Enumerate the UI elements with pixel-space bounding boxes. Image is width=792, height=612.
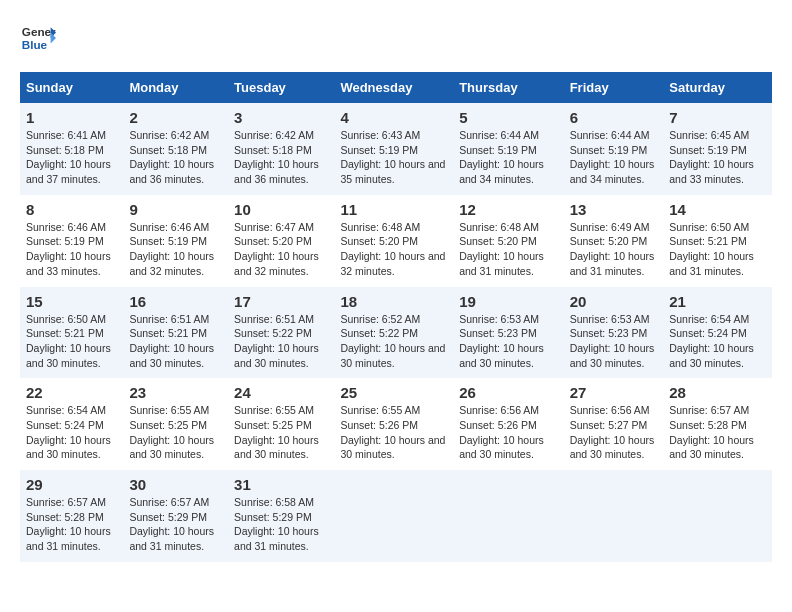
logo: General Blue [20, 20, 56, 56]
day-info: Sunrise: 6:49 AMSunset: 5:20 PMDaylight:… [570, 221, 655, 277]
calendar-day-cell: 24Sunrise: 6:55 AMSunset: 5:25 PMDayligh… [228, 378, 334, 470]
day-info: Sunrise: 6:44 AMSunset: 5:19 PMDaylight:… [570, 129, 655, 185]
day-info: Sunrise: 6:48 AMSunset: 5:20 PMDaylight:… [459, 221, 544, 277]
calendar-day-cell: 8Sunrise: 6:46 AMSunset: 5:19 PMDaylight… [20, 195, 123, 287]
calendar-day-cell: 1Sunrise: 6:41 AMSunset: 5:18 PMDaylight… [20, 103, 123, 195]
calendar-day-cell: 10Sunrise: 6:47 AMSunset: 5:20 PMDayligh… [228, 195, 334, 287]
calendar-day-cell: 18Sunrise: 6:52 AMSunset: 5:22 PMDayligh… [334, 287, 453, 379]
calendar-day-cell: 2Sunrise: 6:42 AMSunset: 5:18 PMDaylight… [123, 103, 228, 195]
day-number: 5 [459, 109, 557, 126]
calendar-day-cell: 22Sunrise: 6:54 AMSunset: 5:24 PMDayligh… [20, 378, 123, 470]
day-info: Sunrise: 6:55 AMSunset: 5:25 PMDaylight:… [129, 404, 214, 460]
day-info: Sunrise: 6:46 AMSunset: 5:19 PMDaylight:… [129, 221, 214, 277]
day-info: Sunrise: 6:51 AMSunset: 5:21 PMDaylight:… [129, 313, 214, 369]
day-number: 6 [570, 109, 658, 126]
calendar-day-cell [564, 470, 664, 562]
calendar-day-cell: 25Sunrise: 6:55 AMSunset: 5:26 PMDayligh… [334, 378, 453, 470]
calendar-week-row: 22Sunrise: 6:54 AMSunset: 5:24 PMDayligh… [20, 378, 772, 470]
calendar-day-cell: 11Sunrise: 6:48 AMSunset: 5:20 PMDayligh… [334, 195, 453, 287]
day-number: 1 [26, 109, 117, 126]
calendar-day-cell [453, 470, 563, 562]
day-number: 17 [234, 293, 328, 310]
day-number: 4 [340, 109, 447, 126]
day-of-week-header: Tuesday [228, 72, 334, 103]
day-info: Sunrise: 6:54 AMSunset: 5:24 PMDaylight:… [26, 404, 111, 460]
day-number: 3 [234, 109, 328, 126]
calendar-table: SundayMondayTuesdayWednesdayThursdayFrid… [20, 72, 772, 562]
day-info: Sunrise: 6:46 AMSunset: 5:19 PMDaylight:… [26, 221, 111, 277]
day-info: Sunrise: 6:51 AMSunset: 5:22 PMDaylight:… [234, 313, 319, 369]
day-number: 13 [570, 201, 658, 218]
day-number: 7 [669, 109, 766, 126]
day-of-week-header: Wednesday [334, 72, 453, 103]
day-of-week-header: Monday [123, 72, 228, 103]
calendar-day-cell: 17Sunrise: 6:51 AMSunset: 5:22 PMDayligh… [228, 287, 334, 379]
day-info: Sunrise: 6:56 AMSunset: 5:26 PMDaylight:… [459, 404, 544, 460]
day-info: Sunrise: 6:53 AMSunset: 5:23 PMDaylight:… [570, 313, 655, 369]
calendar-day-cell: 31Sunrise: 6:58 AMSunset: 5:29 PMDayligh… [228, 470, 334, 562]
day-number: 10 [234, 201, 328, 218]
day-info: Sunrise: 6:41 AMSunset: 5:18 PMDaylight:… [26, 129, 111, 185]
day-info: Sunrise: 6:55 AMSunset: 5:25 PMDaylight:… [234, 404, 319, 460]
day-number: 30 [129, 476, 222, 493]
calendar-day-cell: 5Sunrise: 6:44 AMSunset: 5:19 PMDaylight… [453, 103, 563, 195]
day-number: 18 [340, 293, 447, 310]
day-number: 8 [26, 201, 117, 218]
calendar-day-cell: 27Sunrise: 6:56 AMSunset: 5:27 PMDayligh… [564, 378, 664, 470]
day-info: Sunrise: 6:52 AMSunset: 5:22 PMDaylight:… [340, 313, 445, 369]
calendar-week-row: 8Sunrise: 6:46 AMSunset: 5:19 PMDaylight… [20, 195, 772, 287]
day-info: Sunrise: 6:42 AMSunset: 5:18 PMDaylight:… [129, 129, 214, 185]
day-number: 22 [26, 384, 117, 401]
day-number: 26 [459, 384, 557, 401]
calendar-day-cell: 26Sunrise: 6:56 AMSunset: 5:26 PMDayligh… [453, 378, 563, 470]
day-info: Sunrise: 6:57 AMSunset: 5:28 PMDaylight:… [26, 496, 111, 552]
day-number: 25 [340, 384, 447, 401]
day-info: Sunrise: 6:55 AMSunset: 5:26 PMDaylight:… [340, 404, 445, 460]
day-info: Sunrise: 6:48 AMSunset: 5:20 PMDaylight:… [340, 221, 445, 277]
day-info: Sunrise: 6:44 AMSunset: 5:19 PMDaylight:… [459, 129, 544, 185]
day-number: 23 [129, 384, 222, 401]
calendar-day-cell: 7Sunrise: 6:45 AMSunset: 5:19 PMDaylight… [663, 103, 772, 195]
day-info: Sunrise: 6:53 AMSunset: 5:23 PMDaylight:… [459, 313, 544, 369]
day-of-week-header: Saturday [663, 72, 772, 103]
day-number: 11 [340, 201, 447, 218]
calendar-day-cell: 6Sunrise: 6:44 AMSunset: 5:19 PMDaylight… [564, 103, 664, 195]
day-of-week-header: Sunday [20, 72, 123, 103]
calendar-day-cell [663, 470, 772, 562]
calendar-day-cell: 21Sunrise: 6:54 AMSunset: 5:24 PMDayligh… [663, 287, 772, 379]
svg-text:Blue: Blue [22, 38, 48, 51]
day-number: 16 [129, 293, 222, 310]
calendar-day-cell: 29Sunrise: 6:57 AMSunset: 5:28 PMDayligh… [20, 470, 123, 562]
day-info: Sunrise: 6:43 AMSunset: 5:19 PMDaylight:… [340, 129, 445, 185]
logo-icon: General Blue [20, 20, 56, 56]
calendar-day-cell: 14Sunrise: 6:50 AMSunset: 5:21 PMDayligh… [663, 195, 772, 287]
day-info: Sunrise: 6:54 AMSunset: 5:24 PMDaylight:… [669, 313, 754, 369]
calendar-day-cell: 16Sunrise: 6:51 AMSunset: 5:21 PMDayligh… [123, 287, 228, 379]
calendar-day-cell: 12Sunrise: 6:48 AMSunset: 5:20 PMDayligh… [453, 195, 563, 287]
day-info: Sunrise: 6:57 AMSunset: 5:29 PMDaylight:… [129, 496, 214, 552]
day-info: Sunrise: 6:50 AMSunset: 5:21 PMDaylight:… [669, 221, 754, 277]
calendar-day-cell: 15Sunrise: 6:50 AMSunset: 5:21 PMDayligh… [20, 287, 123, 379]
calendar-day-cell: 3Sunrise: 6:42 AMSunset: 5:18 PMDaylight… [228, 103, 334, 195]
day-number: 24 [234, 384, 328, 401]
calendar-day-cell: 30Sunrise: 6:57 AMSunset: 5:29 PMDayligh… [123, 470, 228, 562]
day-info: Sunrise: 6:42 AMSunset: 5:18 PMDaylight:… [234, 129, 319, 185]
calendar-day-cell: 28Sunrise: 6:57 AMSunset: 5:28 PMDayligh… [663, 378, 772, 470]
day-info: Sunrise: 6:57 AMSunset: 5:28 PMDaylight:… [669, 404, 754, 460]
day-info: Sunrise: 6:47 AMSunset: 5:20 PMDaylight:… [234, 221, 319, 277]
day-of-week-header: Thursday [453, 72, 563, 103]
day-number: 15 [26, 293, 117, 310]
calendar-week-row: 1Sunrise: 6:41 AMSunset: 5:18 PMDaylight… [20, 103, 772, 195]
day-info: Sunrise: 6:50 AMSunset: 5:21 PMDaylight:… [26, 313, 111, 369]
day-number: 27 [570, 384, 658, 401]
day-number: 2 [129, 109, 222, 126]
header-row: SundayMondayTuesdayWednesdayThursdayFrid… [20, 72, 772, 103]
calendar-day-cell: 23Sunrise: 6:55 AMSunset: 5:25 PMDayligh… [123, 378, 228, 470]
day-number: 12 [459, 201, 557, 218]
day-info: Sunrise: 6:45 AMSunset: 5:19 PMDaylight:… [669, 129, 754, 185]
day-number: 14 [669, 201, 766, 218]
calendar-day-cell: 19Sunrise: 6:53 AMSunset: 5:23 PMDayligh… [453, 287, 563, 379]
calendar-day-cell: 9Sunrise: 6:46 AMSunset: 5:19 PMDaylight… [123, 195, 228, 287]
day-info: Sunrise: 6:58 AMSunset: 5:29 PMDaylight:… [234, 496, 319, 552]
page-header: General Blue [20, 20, 772, 56]
